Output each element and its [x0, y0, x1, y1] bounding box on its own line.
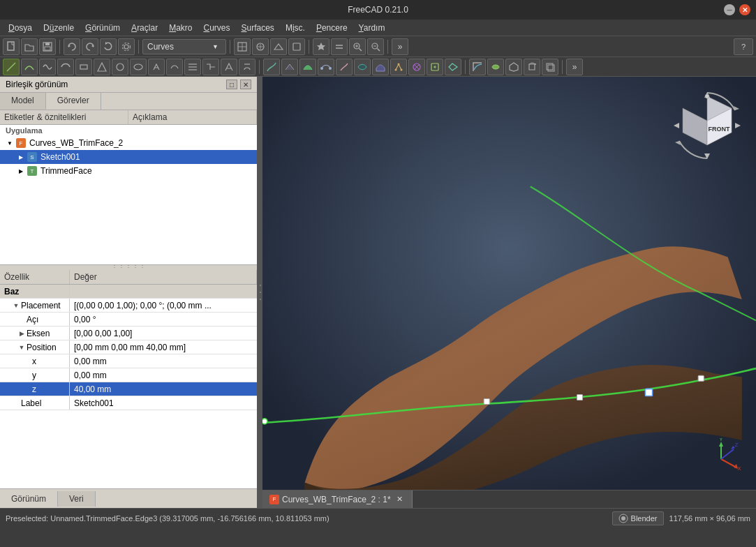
props-y-row[interactable]: ▶ y 0,00 mm — [0, 368, 257, 382]
tab-model[interactable]: Model — [0, 93, 46, 110]
props-position-row[interactable]: ▼ Position [0,00 mm 0,00 mm 40,00 mm] — [0, 340, 257, 354]
close-button[interactable]: ✕ — [739, 4, 750, 15]
zoom-out-btn[interactable] — [367, 38, 384, 55]
nav-cube[interactable]: FRONT — [672, 91, 742, 160]
tool10[interactable] — [166, 59, 183, 75]
x-label: x — [32, 357, 36, 366]
menu-pencere[interactable]: Pencere — [311, 22, 353, 34]
minimize-button[interactable]: ─ — [724, 4, 735, 15]
tool13[interactable] — [221, 59, 237, 75]
panel-close-icon[interactable]: ✕ — [240, 80, 251, 89]
tab-veri[interactable]: Veri — [58, 491, 96, 507]
blender-badge[interactable]: Blender — [612, 511, 664, 525]
viewport-tab[interactable]: F Curves_WB_TrimFace_2 : 1* ✕ — [262, 490, 413, 508]
view-btn2[interactable] — [252, 38, 269, 55]
blender-label: Blender — [631, 514, 658, 523]
menu-yardim[interactable]: Yardım — [353, 22, 391, 34]
view-btn1[interactable] — [234, 38, 251, 55]
panel-expand-icon[interactable]: □ — [226, 80, 237, 89]
menu-curves[interactable]: Curves — [198, 22, 235, 34]
curves-tool10[interactable] — [427, 59, 443, 75]
tool7[interactable] — [112, 59, 128, 75]
menu-makro[interactable]: Makro — [163, 22, 198, 34]
tool3[interactable] — [39, 59, 56, 75]
more-btn2[interactable]: » — [566, 59, 583, 75]
tool14[interactable] — [239, 59, 255, 75]
blender-icon — [618, 514, 628, 523]
tool1[interactable] — [3, 59, 20, 75]
props-placement-row[interactable]: ▼ Placement [(0,00 0,00 1,00); 0,00 °; (… — [0, 299, 257, 313]
tool2[interactable] — [21, 59, 38, 75]
props-eksen-key: ▶ Eksen — [0, 327, 70, 340]
curves-tool13[interactable] — [487, 59, 504, 75]
curves-tool12[interactable] — [469, 59, 486, 75]
menu-gorunum[interactable]: Görünüm — [80, 22, 126, 34]
placement-expand-icon[interactable]: ▼ — [11, 302, 21, 309]
save-button[interactable] — [39, 38, 56, 55]
curves-tool9[interactable] — [408, 59, 425, 75]
curves-tool8[interactable] — [390, 59, 407, 75]
curves-tool3[interactable] — [299, 59, 316, 75]
viewport-tab-close-icon[interactable]: ✕ — [395, 495, 405, 504]
help-btn[interactable]: ? — [734, 38, 753, 55]
svg-point-17 — [117, 63, 124, 70]
props-z-row[interactable]: ▶ z 40,00 mm — [0, 382, 257, 396]
view-btn4[interactable] — [288, 38, 305, 55]
tree-item-trimmedface[interactable]: ▶ T TrimmedFace — [0, 164, 257, 178]
redo-button[interactable] — [82, 38, 98, 55]
curves-tool1[interactable] — [263, 59, 280, 75]
viewport[interactable]: FRONT — [262, 77, 756, 508]
curves-tool7[interactable] — [372, 59, 389, 75]
props-x-row[interactable]: ▶ x 0,00 mm — [0, 354, 257, 368]
props-aci-row[interactable]: ▶ Açı 0,00 ° — [0, 313, 257, 327]
viewport-tab-icon: F — [269, 495, 279, 504]
props-eksen-row[interactable]: ▶ Eksen [0,00 0,00 1,00] — [0, 327, 257, 340]
tree-expand-curves-icon[interactable]: ▼ — [6, 139, 14, 147]
menu-duzenle[interactable]: Düzenle — [38, 22, 80, 34]
tool8[interactable] — [130, 59, 147, 75]
trimmed-icon: T — [27, 166, 37, 176]
position-expand-icon[interactable]: ▼ — [17, 344, 27, 351]
view3d-1[interactable] — [505, 59, 522, 75]
tree-expand-trimmed-icon[interactable]: ▶ — [17, 167, 25, 175]
tool9[interactable] — [148, 59, 165, 75]
new-button[interactable] — [3, 38, 20, 55]
tool6[interactable] — [94, 59, 110, 75]
view-btn3[interactable] — [270, 38, 287, 55]
svg-marker-16 — [98, 63, 106, 71]
tab-gorevler[interactable]: Görevler — [46, 93, 101, 110]
curves-tool2[interactable] — [281, 59, 298, 75]
nav-btn1[interactable] — [313, 38, 329, 55]
tool5[interactable] — [75, 59, 92, 75]
curves-tool6[interactable] — [354, 59, 371, 75]
tool11[interactable] — [184, 59, 201, 75]
eksen-expand-icon[interactable]: ▶ — [17, 330, 27, 337]
settings-button[interactable] — [118, 38, 135, 55]
panel-resize-handle[interactable]: ⋮⋮⋮⋮⋮ — [0, 264, 257, 270]
menu-misc[interactable]: Misc. — [280, 22, 311, 34]
tab-gorunum[interactable]: Görünüm — [0, 491, 58, 507]
tree-item-curves-wb[interactable]: ▼ F Curves_WB_TrimFace_2 — [0, 136, 257, 150]
view3d-2[interactable] — [524, 59, 540, 75]
curves-tool5[interactable] — [336, 59, 353, 75]
tool12[interactable] — [202, 59, 219, 75]
curves-tool11[interactable] — [445, 59, 461, 75]
menu-dosya[interactable]: Dosya — [3, 22, 38, 34]
nav-btn2[interactable] — [331, 38, 348, 55]
zoom-in-btn[interactable] — [349, 38, 366, 55]
tool4[interactable] — [57, 59, 74, 75]
menu-araclar[interactable]: Araçlar — [126, 22, 163, 34]
eksen-label: Eksen — [27, 329, 50, 338]
menu-surfaces[interactable]: Surfaces — [236, 22, 280, 34]
view3d-3[interactable] — [542, 59, 558, 75]
col-labels: Etiketler & öznitelikleri — [0, 110, 128, 124]
more-btn[interactable]: » — [392, 38, 408, 55]
curves-tool4[interactable] — [318, 59, 334, 75]
tree-item-sketch001[interactable]: ▶ S Sketch001 — [0, 150, 257, 164]
open-button[interactable] — [21, 38, 38, 55]
refresh-button[interactable] — [100, 38, 117, 55]
props-label-row[interactable]: ▶ Label Sketch001 — [0, 396, 257, 410]
undo-button[interactable] — [64, 38, 80, 55]
tree-expand-sketch-icon[interactable]: ▶ — [17, 153, 25, 161]
workbench-dropdown[interactable]: Curves ▼ — [142, 39, 226, 54]
